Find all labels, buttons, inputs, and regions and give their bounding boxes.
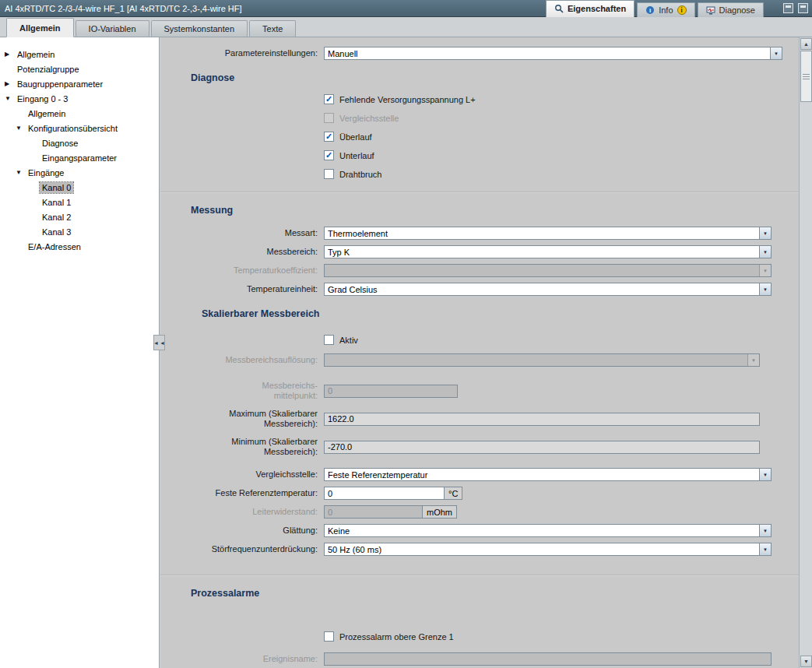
chevron-right-icon[interactable]: ▶ <box>5 51 15 58</box>
chevron-down-icon: ▼ <box>759 265 771 276</box>
messbereich-row: Messbereich: Typ K ▼ <box>176 245 788 258</box>
tree-item-konfigurationsuebersicht[interactable]: ▼ Konfigurationsübersicht <box>0 121 159 135</box>
maximum-row: Maximum (Skalierbarer Messbereich): 1622… <box>176 409 788 429</box>
tree-item-kanal-3[interactable]: Kanal 3 <box>0 224 159 239</box>
tree-item-eingaenge[interactable]: ▼ Eingänge <box>0 165 159 180</box>
vertical-scrollbar[interactable]: ▲ ▼ <box>799 37 812 668</box>
temperatureinheit-label: Temperatureinheit: <box>176 284 324 294</box>
chevron-right-icon[interactable]: ▶ <box>5 80 15 87</box>
tab-eigenschaften-label: Eigenschaften <box>568 4 626 13</box>
splitter-arrow-icon: ◄ <box>160 340 165 346</box>
stoerfrequenz-label: Störfrequenzunterdrückung: <box>176 544 324 554</box>
glaettung-row: Glättung: Keine ▼ <box>176 524 788 537</box>
parametereinstellungen-select[interactable]: Manuell ▼ <box>324 47 782 60</box>
maximum-input[interactable]: 1622.0 <box>324 413 760 426</box>
prozessalarme-section-header: Prozessalarme <box>191 588 788 599</box>
stoerfrequenz-row: Störfrequenzunterdrückung: 50 Hz (60 ms)… <box>176 543 788 556</box>
navigation-tree: ▶ Allgemein Potenzialgruppe ▶ Baugruppen… <box>0 37 160 668</box>
splitter-arrow-icon: ◄ <box>153 340 159 346</box>
tree-item-kanal-0[interactable]: Kanal 0 <box>0 180 159 195</box>
messbereich-select[interactable]: Typ K ▼ <box>324 245 772 258</box>
tab-systemkonstanten[interactable]: Systemkonstanten <box>151 20 248 37</box>
splitter-handle[interactable]: ◄ ◄ <box>153 335 165 350</box>
tab-eigenschaften[interactable]: Eigenschaften <box>546 0 634 17</box>
float-window-icon[interactable] <box>783 3 793 13</box>
ueberlauf-checkbox[interactable]: ✓ <box>324 132 334 142</box>
tree-item-kanal-2[interactable]: Kanal 2 <box>0 209 159 224</box>
temperaturkoeffizient-select: ▼ <box>324 264 772 277</box>
temperaturkoeffizient-label: Temperaturkoeffizient: <box>176 265 324 276</box>
chevron-down-icon[interactable]: ▼ <box>16 125 26 132</box>
drahtbruch-checkbox[interactable] <box>324 169 334 179</box>
scroll-up-icon[interactable]: ▲ <box>800 38 812 50</box>
tab-io-variablen[interactable]: IO-Variablen <box>76 20 149 37</box>
tree-item-diagnose[interactable]: Diagnose <box>0 135 159 150</box>
scroll-down-icon[interactable]: ▼ <box>800 656 812 667</box>
feste-referenztemperatur-row: Feste Referenztemperatur: 0 °C <box>176 487 788 500</box>
tree-item-eingangsparameter[interactable]: Eingangsparameter <box>0 150 159 165</box>
info-icon: i <box>645 5 655 15</box>
leiterwiderstand-row: Leiterwiderstand: 0 mOhm <box>176 505 788 519</box>
chevron-down-icon[interactable]: ▼ <box>759 283 771 295</box>
window-controls <box>783 3 808 13</box>
diagnose-icon <box>706 5 715 15</box>
minimum-input[interactable]: -270.0 <box>324 441 760 454</box>
tree-item-eingang-0-3[interactable]: ▼ Eingang 0 - 3 <box>0 91 159 106</box>
celsius-unit: °C <box>445 487 462 500</box>
temperatureinheit-select[interactable]: Grad Celsius ▼ <box>324 283 772 296</box>
messart-label: Messart: <box>176 228 324 238</box>
ueberlauf-row: ✓ Überlauf <box>324 132 788 142</box>
feste-referenztemperatur-label: Feste Referenztemperatur: <box>176 488 324 498</box>
messbereichsaufloesung-label: Messbereichsauflösung: <box>176 355 324 365</box>
tree-item-allgemein[interactable]: ▶ Allgemein <box>0 47 159 62</box>
temperatureinheit-row: Temperatureinheit: Grad Celsius ▼ <box>176 283 788 296</box>
stoerfrequenz-select[interactable]: 50 Hz (60 ms) ▼ <box>324 543 772 556</box>
prozessalarm-obere-grenze-checkbox[interactable] <box>324 631 334 642</box>
unterlauf-checkbox[interactable]: ✓ <box>324 150 334 160</box>
section-divider <box>160 575 799 575</box>
glaettung-select[interactable]: Keine ▼ <box>324 524 772 537</box>
maximum-label: Maximum (Skalierbarer Messbereich): <box>176 409 324 429</box>
chevron-down-icon[interactable]: ▼ <box>759 246 771 258</box>
chevron-down-icon[interactable]: ▼ <box>16 169 26 176</box>
chevron-down-icon[interactable]: ▼ <box>759 469 771 480</box>
messart-row: Messart: Thermoelement ▼ <box>176 227 788 240</box>
chevron-down-icon[interactable]: ▼ <box>759 525 771 536</box>
temperaturkoeffizient-row: Temperaturkoeffizient: ▼ <box>176 264 788 277</box>
tab-allgemein[interactable]: Allgemein <box>6 18 74 37</box>
scrollbar-thumb[interactable] <box>800 51 812 102</box>
properties-window: AI 4xRTD/TC 2-/3-/4-wire HF_1 [AI 4xRTD/… <box>0 0 812 668</box>
tabstrip: Allgemein IO-Variablen Systemkonstanten … <box>0 17 812 37</box>
chevron-down-icon[interactable]: ▼ <box>770 47 782 59</box>
chevron-down-icon[interactable]: ▼ <box>759 227 771 239</box>
tree-item-baugruppenparameter[interactable]: ▶ Baugruppenparameter <box>0 76 159 91</box>
chevron-down-icon[interactable]: ▼ <box>5 95 15 102</box>
messbereichsmittelpunkt-input: 0 <box>324 385 458 398</box>
messart-select[interactable]: Thermoelement ▼ <box>324 227 772 240</box>
diagnose-section-header: Diagnose <box>191 72 788 83</box>
tree-item-ea-adressen[interactable]: E/A-Adressen <box>0 239 159 254</box>
messung-section-header: Messung <box>191 205 788 216</box>
chevron-down-icon[interactable]: ▼ <box>759 543 771 555</box>
content-pane: Parametereinstellungen: Manuell ▼ Diagno… <box>160 37 799 668</box>
tab-texte[interactable]: Texte <box>249 20 296 37</box>
tab-diagnose[interactable]: Diagnose <box>698 2 764 17</box>
tab-info-label: Info <box>659 5 673 15</box>
versorgungsspannung-checkbox[interactable]: ✓ <box>324 94 334 104</box>
messbereichsaufloesung-row: Messbereichsauflösung: ▼ <box>176 353 788 367</box>
tab-info[interactable]: i Info i <box>637 2 694 17</box>
chevron-down-icon: ▼ <box>747 354 759 366</box>
tree-item-kanal-1[interactable]: Kanal 1 <box>0 195 159 209</box>
svg-text:i: i <box>649 7 651 14</box>
ereignisname-row: Ereignisname: <box>176 652 788 666</box>
feste-referenztemperatur-input[interactable]: 0 <box>324 487 445 500</box>
messbereichsmittelpunkt-row: Messbereichs- mittelpunkt: 0 <box>176 381 788 401</box>
vergleichsstelle-select[interactable]: Feste Referenztemperatur ▼ <box>324 468 772 481</box>
minimum-label: Minimum (Skalierbarer Messbereich): <box>176 437 324 457</box>
aktiv-row: Aktiv <box>324 335 788 345</box>
tree-item-potenzialgruppe[interactable]: Potenzialgruppe <box>0 62 159 76</box>
titlebar-tabs: Eigenschaften i Info i Diagnose <box>543 0 764 17</box>
aktiv-checkbox[interactable] <box>324 335 334 345</box>
tree-item-eingang-allgemein[interactable]: Allgemein <box>0 106 159 121</box>
collapse-window-icon[interactable] <box>798 3 808 13</box>
